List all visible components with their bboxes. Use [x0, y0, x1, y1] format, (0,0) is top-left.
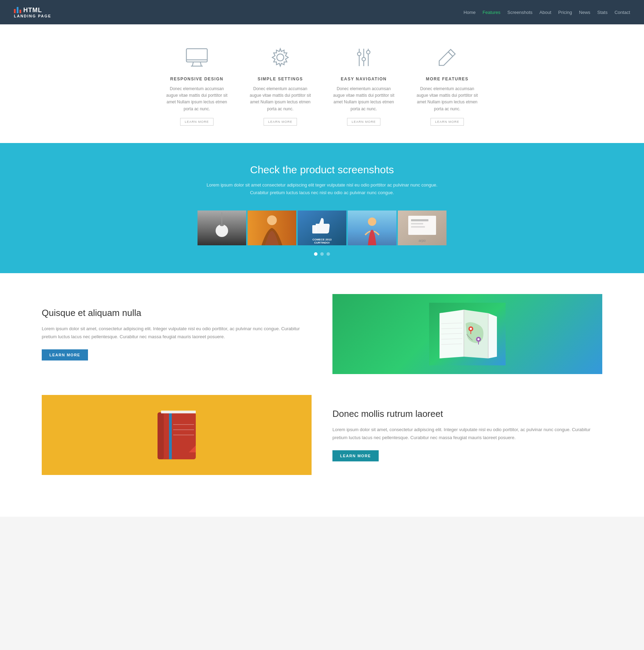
screenshots-section: Check the product screenshots Lorem ipsu…: [0, 143, 644, 273]
feature-more-btn[interactable]: LEARN MORE: [430, 118, 464, 126]
svg-rect-26: [408, 216, 436, 235]
about-text-2: Donec mollis rutrum laoreet Lorem ipsum …: [332, 409, 602, 461]
svg-line-12: [448, 52, 453, 56]
screenshots-title: Check the product screenshots: [14, 164, 630, 176]
svg-line-2: [200, 62, 201, 66]
nav-about[interactable]: About: [539, 10, 551, 15]
feature-navigation-title: EASY NAVIGATION: [332, 77, 395, 81]
features-grid: RESPONSIVE DESIGN Donec elementum accums…: [166, 45, 478, 126]
screenshots-subtitle: Lorem ipsum dolor sit amet consectetur a…: [14, 181, 630, 197]
nav-news[interactable]: News: [579, 10, 590, 15]
svg-line-1: [192, 62, 193, 66]
gallery-thumb-3[interactable]: COMECE 2013 CURTINDO!: [298, 211, 346, 245]
svg-point-10: [362, 57, 365, 61]
carousel-dot-2[interactable]: [320, 252, 324, 256]
svg-point-38: [470, 328, 472, 330]
svg-rect-27: [411, 219, 428, 221]
svg-marker-34: [488, 313, 497, 358]
about-title-2: Donec mollis rutrum laoreet: [332, 409, 602, 419]
carousel-dots: [14, 252, 630, 256]
nav-home[interactable]: Home: [464, 10, 476, 15]
monitor-icon: [185, 45, 209, 70]
feature-navigation: EASY NAVIGATION Donec elementum accumsan…: [332, 45, 395, 126]
svg-rect-28: [411, 223, 423, 224]
about-text-1: Quisque et aliquam nulla Lorem ipsum dol…: [42, 308, 312, 360]
nav-menu: Home Features Screenshots About Pricing …: [464, 9, 630, 15]
about-desc-2: Lorem ipsum dolor sit amet, consectetur …: [332, 426, 602, 442]
feature-settings-text: Donec elementum accumsan augue vitae mat…: [249, 86, 312, 112]
svg-point-41: [477, 338, 480, 340]
svg-point-24: [368, 217, 376, 226]
about-title-1: Quisque et aliquam nulla: [42, 308, 312, 318]
features-section: RESPONSIVE DESIGN Donec elementum accums…: [0, 24, 644, 143]
nav-screenshots[interactable]: Screenshots: [507, 10, 532, 15]
svg-text:CURTINDO!: CURTINDO!: [314, 241, 330, 244]
gallery-thumb-1[interactable]: [198, 211, 246, 245]
brand-subtitle: LANDING PAGE: [14, 14, 51, 18]
carousel-dot-1[interactable]: [314, 252, 317, 256]
feature-responsive: RESPONSIVE DESIGN Donec elementum accums…: [166, 45, 228, 126]
feature-responsive-btn[interactable]: LEARN MORE: [180, 118, 214, 126]
about-btn-2[interactable]: LEARN MORE: [332, 450, 379, 461]
feature-settings-btn[interactable]: LEARN MORE: [264, 118, 297, 126]
svg-text:COMECE 2013: COMECE 2013: [312, 238, 332, 241]
gallery-thumb-2[interactable]: [248, 211, 296, 245]
svg-rect-50: [158, 412, 164, 459]
feature-navigation-btn[interactable]: LEARN MORE: [347, 118, 380, 126]
carousel-dot-3[interactable]: [327, 252, 330, 256]
gallery-thumb-5[interactable]: arpo: [398, 211, 446, 245]
feature-more: MORE FEATURES Donec elementum accumsan a…: [416, 45, 478, 126]
pencil-icon: [435, 45, 459, 70]
about-row-2: Donec mollis rutrum laoreet Lorem ipsum …: [42, 395, 602, 475]
navbar: HTML LANDING PAGE Home Features Screensh…: [0, 0, 644, 24]
gear-icon: [268, 45, 292, 70]
gallery-thumb-4[interactable]: [348, 211, 396, 245]
nav-contact[interactable]: Contact: [614, 10, 630, 15]
feature-responsive-text: Donec elementum accumsan augue vitae mat…: [166, 86, 228, 112]
svg-text:arpo: arpo: [419, 239, 426, 243]
feature-more-text: Donec elementum accumsan augue vitae mat…: [416, 86, 478, 112]
about-section: Quisque et aliquam nulla Lorem ipsum dol…: [0, 273, 644, 517]
svg-point-14: [216, 224, 228, 237]
brand-bars-icon: [14, 7, 21, 13]
svg-point-5: [277, 54, 284, 61]
nav-features[interactable]: Features: [483, 10, 500, 15]
feature-navigation-text: Donec elementum accumsan augue vitae mat…: [332, 86, 395, 112]
svg-point-18: [267, 215, 277, 225]
brand-name: HTML: [23, 7, 42, 14]
feature-responsive-title: RESPONSIVE DESIGN: [166, 77, 228, 81]
svg-rect-53: [162, 411, 195, 413]
about-img-wallet: [42, 395, 312, 475]
nav-stats[interactable]: Stats: [597, 10, 608, 15]
svg-point-16: [220, 224, 224, 226]
nav-pricing[interactable]: Pricing: [558, 10, 572, 15]
brand: HTML LANDING PAGE: [14, 7, 51, 18]
screenshots-gallery: COMECE 2013 CURTINDO!: [193, 211, 451, 245]
svg-rect-29: [411, 226, 425, 228]
feature-more-title: MORE FEATURES: [416, 77, 478, 81]
sliders-icon: [352, 45, 376, 70]
svg-rect-51: [169, 412, 172, 459]
brand-logo: HTML: [14, 7, 51, 14]
svg-point-9: [357, 52, 361, 56]
about-btn-1[interactable]: LEARN MORE: [42, 349, 88, 360]
about-img-map: [332, 294, 602, 374]
feature-settings-title: SIMPLE SETTINGS: [249, 77, 312, 81]
about-row-1: Quisque et aliquam nulla Lorem ipsum dol…: [42, 294, 602, 374]
svg-point-11: [367, 50, 370, 54]
feature-settings: SIMPLE SETTINGS Donec elementum accumsan…: [249, 45, 312, 126]
about-desc-1: Lorem ipsum dolor sit amet, consectetur …: [42, 325, 312, 341]
svg-rect-20: [312, 225, 316, 233]
